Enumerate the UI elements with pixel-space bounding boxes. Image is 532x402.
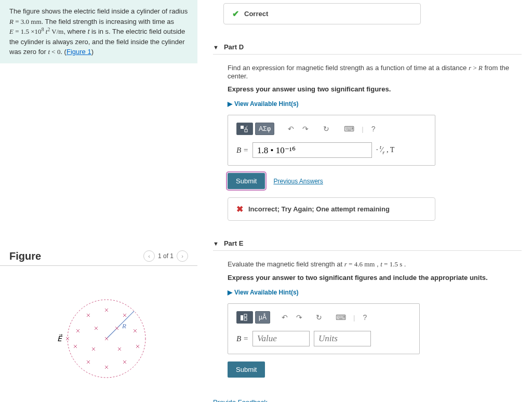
part-d-header[interactable]: ▼ Part D (213, 40, 522, 55)
part-d-hints-toggle[interactable]: ▶ View Available Hint(s) (228, 100, 522, 108)
redo-button[interactable]: ↷ (299, 123, 312, 135)
units-symbols-button[interactable]: μÅ (255, 311, 270, 324)
figure-header: Figure ‹ 1 of 1 › (0, 250, 197, 266)
check-icon: ✔ (232, 9, 239, 19)
redo-button[interactable]: ↷ (293, 311, 305, 324)
figure-canvas: R (0, 287, 197, 392)
part-c-correct-banner: ✔ Correct (223, 3, 421, 24)
part-e-title: Part E (224, 239, 244, 247)
part-e-value-input[interactable] (252, 331, 310, 346)
symbols-button[interactable]: ΑΣφ (255, 123, 274, 135)
caret-down-icon: ▼ (213, 240, 219, 247)
part-e-hints-toggle[interactable]: ▶ View Available Hint(s) (228, 289, 522, 296)
help-button[interactable]: ? (359, 311, 370, 324)
part-d-submit-button[interactable]: Submit (228, 173, 265, 189)
provide-feedback-link[interactable]: Provide Feedback (213, 398, 268, 402)
svg-line-1 (107, 311, 134, 339)
x-icon: ✖ (236, 204, 243, 214)
part-d-title: Part D (224, 43, 244, 51)
figure-counter: 1 of 1 (158, 252, 174, 260)
svg-rect-38 (244, 314, 247, 317)
triangle-right-icon: ▶ (228, 100, 232, 108)
part-d-units: · t⁄r , T (376, 146, 394, 154)
figure-prev-button[interactable]: ‹ (143, 250, 155, 262)
reset-button[interactable]: ↻ (320, 123, 332, 135)
part-d-feedback: ✖ Incorrect; Try Again; One attempt rema… (228, 197, 435, 221)
part-d-previous-answers-link[interactable]: Previous Answers (273, 178, 323, 185)
part-d-input[interactable] (252, 142, 372, 158)
caret-down-icon: ▼ (213, 44, 219, 50)
part-e-instruction: Express your answer to two significant f… (228, 274, 522, 282)
help-button[interactable]: ? (368, 123, 379, 135)
part-d-toolbar: √ ΑΣφ ↶ ↷ ↻ ⌨ | ? (236, 123, 427, 135)
part-d-lhs: B = (236, 146, 248, 155)
part-e-submit-button[interactable]: Submit (228, 361, 265, 378)
svg-rect-37 (241, 315, 243, 320)
part-e-answer-box: μÅ ↶ ↷ ↻ ⌨ | ? B = (228, 303, 420, 354)
part-e-lhs: B = (236, 334, 248, 343)
correct-label: Correct (244, 10, 268, 18)
part-d-instruction: Express your answer using two significan… (228, 85, 522, 93)
figure-R-label: R (122, 322, 126, 330)
figure-E-label: E⃗ (57, 334, 63, 343)
part-d-answer-box: √ ΑΣφ ↶ ↷ ↻ ⌨ | ? B = · t⁄r , T (228, 115, 435, 166)
part-d-prompt: Find an expression for magnetic field st… (228, 64, 522, 80)
svg-rect-34 (241, 126, 244, 129)
part-d-body: Find an expression for magnetic field st… (213, 64, 522, 221)
part-e-prompt: Evaluate the magnetic field strength at … (228, 260, 522, 269)
problem-statement: The figure shows the electric field insi… (0, 0, 197, 63)
templates-button[interactable]: √ (236, 123, 253, 135)
part-e-units-input[interactable] (314, 331, 371, 346)
figure-title: Figure (9, 250, 41, 262)
keyboard-button[interactable]: ⌨ (341, 123, 357, 135)
undo-button[interactable]: ↶ (278, 311, 291, 324)
right-column: ✔ Correct ▼ Part D Find an expression fo… (197, 0, 532, 402)
keyboard-button[interactable]: ⌨ (332, 311, 349, 324)
figure-next-button[interactable]: › (177, 250, 188, 262)
svg-rect-39 (244, 318, 247, 320)
part-e-header[interactable]: ▼ Part E (213, 236, 522, 251)
undo-button[interactable]: ↶ (285, 123, 297, 135)
reset-button[interactable]: ↻ (313, 311, 325, 324)
feedback-text: Incorrect; Try Again; One attempt remain… (248, 205, 390, 213)
triangle-right-icon: ▶ (228, 289, 232, 296)
left-column: The figure shows the electric field insi… (0, 0, 197, 402)
templates-button[interactable] (236, 311, 253, 324)
part-e-toolbar: μÅ ↶ ↷ ↻ ⌨ | ? (236, 311, 411, 324)
part-e-body: Evaluate the magnetic field strength at … (213, 260, 522, 378)
